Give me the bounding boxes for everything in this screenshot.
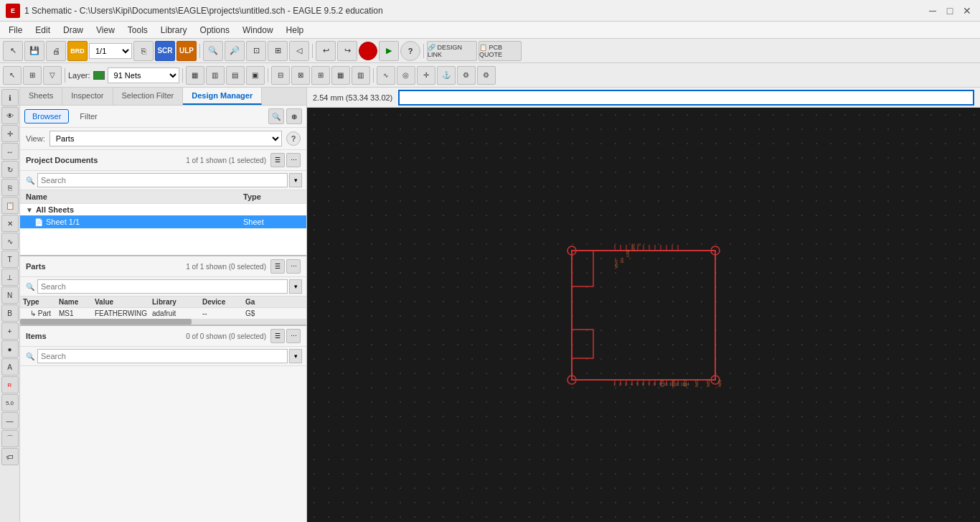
settings-btn[interactable]: ⚙ bbox=[457, 66, 476, 85]
ltool-arc[interactable]: ⌒ bbox=[1, 430, 19, 447]
menu-draw[interactable]: Draw bbox=[57, 24, 89, 37]
close-button[interactable]: ✕ bbox=[960, 4, 974, 18]
ltool-delete[interactable]: ✕ bbox=[1, 215, 19, 232]
ltool-copy[interactable]: ⎘ bbox=[1, 179, 19, 196]
command-input[interactable] bbox=[398, 90, 974, 106]
undo-btn[interactable]: ↩ bbox=[316, 41, 336, 61]
ltool-paste[interactable]: 📋 bbox=[1, 197, 19, 214]
sheet-add-btn[interactable]: BRD bbox=[67, 41, 88, 61]
select-tool-btn[interactable]: ↖ bbox=[3, 41, 23, 61]
settings2-btn[interactable]: ⚙ bbox=[477, 66, 496, 85]
print-btn[interactable]: 🖨 bbox=[46, 41, 66, 61]
stop-btn[interactable] bbox=[359, 42, 377, 60]
ltool-net[interactable]: N bbox=[1, 286, 19, 304]
ltool-label[interactable]: A bbox=[1, 358, 19, 376]
grid-view-6[interactable]: ⊠ bbox=[291, 66, 310, 85]
ltool-add[interactable]: + bbox=[1, 322, 19, 340]
ltool-view[interactable]: 👁 bbox=[1, 107, 19, 124]
grid-view-2[interactable]: ▥ bbox=[206, 66, 225, 85]
ulp-btn[interactable]: ULP bbox=[176, 41, 197, 61]
filter-tab[interactable]: Filter bbox=[72, 109, 105, 123]
docs-search-dropdown[interactable]: ▾ bbox=[289, 173, 302, 187]
parts-scrollbar-thumb[interactable] bbox=[20, 319, 192, 325]
minimize-button[interactable]: ─ bbox=[925, 4, 940, 18]
zoom-out-btn[interactable]: 🔍 bbox=[203, 41, 223, 61]
grid-view-9[interactable]: ▥ bbox=[352, 66, 370, 85]
scr-btn[interactable]: SCR bbox=[155, 41, 175, 61]
tab-sheets[interactable]: Sheets bbox=[20, 88, 62, 105]
tree-item-sheet[interactable]: 📄 Sheet 1/1 Sheet bbox=[20, 215, 306, 228]
ltool-mirror[interactable]: ↔ bbox=[1, 143, 19, 160]
menu-options[interactable]: Options bbox=[194, 24, 235, 37]
zoom-prev-btn[interactable]: ◁ bbox=[289, 41, 309, 61]
copy-btn[interactable]: ⎘ bbox=[133, 41, 154, 61]
search-toggle-btn[interactable]: 🔍 bbox=[268, 108, 284, 124]
tab-selection-filter[interactable]: Selection Filter bbox=[113, 88, 184, 105]
help-toolbar-btn[interactable]: ? bbox=[400, 41, 420, 61]
ltool-pin[interactable]: ⊥ bbox=[1, 269, 19, 286]
grid-view-3[interactable]: ▤ bbox=[226, 66, 245, 85]
view-help-btn[interactable]: ? bbox=[286, 131, 301, 146]
grid-view-4[interactable]: ▣ bbox=[246, 66, 265, 85]
grid-view-1[interactable]: ▦ bbox=[186, 66, 204, 85]
wire-btn[interactable]: ∿ bbox=[377, 66, 395, 85]
ltool-junction[interactable]: ● bbox=[1, 340, 19, 358]
ltool-tag[interactable]: 🏷 bbox=[1, 448, 19, 465]
tab-design-manager[interactable]: Design Manager bbox=[183, 88, 262, 105]
items-search-input[interactable] bbox=[37, 349, 288, 363]
ltool-move[interactable]: ✛ bbox=[1, 125, 19, 142]
anchor-btn[interactable]: ⚓ bbox=[437, 66, 456, 85]
menu-help[interactable]: Help bbox=[281, 24, 310, 37]
items-search-dropdown[interactable]: ▾ bbox=[289, 349, 302, 363]
tool-grid[interactable]: ⊞ bbox=[23, 66, 42, 85]
view-select[interactable]: Parts Nets Buses Symbols bbox=[50, 131, 282, 146]
items-list-btn[interactable]: ☰ bbox=[270, 329, 285, 343]
run-btn[interactable]: ▶ bbox=[379, 41, 399, 61]
parts-search-input[interactable] bbox=[37, 279, 288, 294]
grid-view-5[interactable]: ⊟ bbox=[271, 66, 290, 85]
parts-list-btn[interactable]: ☰ bbox=[270, 259, 285, 274]
redo-btn[interactable]: ↪ bbox=[337, 41, 357, 61]
docs-more-btn[interactable]: ⋯ bbox=[286, 153, 301, 167]
grid-view-8[interactable]: ▦ bbox=[331, 66, 350, 85]
tab-inspector[interactable]: Inspector bbox=[62, 88, 113, 105]
zoom-in-btn[interactable]: 🔎 bbox=[225, 41, 245, 61]
zoom-btn[interactable]: ⊕ bbox=[286, 108, 302, 124]
browser-tab[interactable]: Browser bbox=[24, 109, 69, 123]
tool-filter[interactable]: ▽ bbox=[43, 66, 62, 85]
docs-list-btn[interactable]: ☰ bbox=[270, 153, 285, 167]
circle-btn[interactable]: ◎ bbox=[397, 66, 415, 85]
ltool-bus[interactable]: B bbox=[1, 304, 19, 322]
ltool-r[interactable]: R bbox=[1, 376, 19, 393]
ltool-rotate[interactable]: ↻ bbox=[1, 161, 19, 178]
zoom-fit-btn[interactable]: ⊡ bbox=[246, 41, 266, 61]
ltool-text[interactable]: T bbox=[1, 251, 19, 268]
cross-btn[interactable]: ✛ bbox=[417, 66, 435, 85]
parts-more-btn[interactable]: ⋯ bbox=[286, 259, 301, 274]
tree-group-arrow[interactable]: ▼ bbox=[26, 206, 33, 214]
save-btn[interactable]: 💾 bbox=[24, 41, 44, 61]
pcb-quote-btn[interactable]: 📋 PCB QUOTE bbox=[479, 41, 522, 61]
items-more-btn[interactable]: ⋯ bbox=[286, 329, 301, 343]
parts-search-dropdown[interactable]: ▾ bbox=[289, 279, 302, 294]
menu-window[interactable]: Window bbox=[237, 24, 279, 37]
menu-tools[interactable]: Tools bbox=[122, 24, 154, 37]
docs-search-input[interactable] bbox=[37, 173, 288, 187]
parts-row[interactable]: ↳ Part MS1 FEATHERWING adafruit -- G$ bbox=[20, 308, 306, 319]
menu-view[interactable]: View bbox=[90, 24, 121, 37]
ltool-info[interactable]: ℹ bbox=[1, 89, 19, 106]
layer-select[interactable]: 91 Nets bbox=[108, 67, 179, 83]
design-link-btn[interactable]: 🔗 DESIGN LINK bbox=[427, 41, 477, 61]
menu-edit[interactable]: Edit bbox=[29, 24, 56, 37]
pcb-canvas[interactable]: VBAT EN USB GPIO13 GPIO12 GPIO11 GPIO10 … bbox=[307, 108, 980, 522]
zoom-area-btn[interactable]: ⊞ bbox=[268, 41, 288, 61]
menu-file[interactable]: File bbox=[3, 24, 28, 37]
tool-arrow[interactable]: ↖ bbox=[3, 66, 22, 85]
grid-view-7[interactable]: ⊞ bbox=[311, 66, 330, 85]
ltool-num[interactable]: 5.0 bbox=[1, 394, 19, 411]
menu-library[interactable]: Library bbox=[155, 24, 193, 37]
sheet-select[interactable]: 1/1 bbox=[89, 43, 132, 59]
ltool-split[interactable]: — bbox=[1, 412, 19, 429]
maximize-button[interactable]: □ bbox=[943, 4, 957, 18]
parts-scrollbar[interactable] bbox=[20, 319, 306, 325]
